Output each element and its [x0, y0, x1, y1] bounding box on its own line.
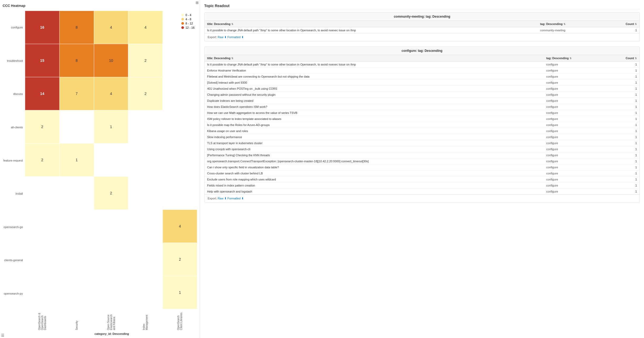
export-formatted-link[interactable]: Formatted ⬇	[227, 36, 244, 39]
heatmap-cell[interactable]	[128, 210, 163, 243]
heatmap-cell[interactable]	[59, 110, 94, 143]
tag-cell: configure	[543, 80, 606, 86]
topic-table: title: Descending ⇅tag: Descending ⇅Coun…	[204, 55, 640, 194]
heatmap-cell[interactable]	[128, 243, 163, 276]
tag-cell: configure	[543, 92, 606, 98]
heatmap-cell[interactable]	[128, 276, 163, 309]
title-cell: How does ElasticSearch opendistro ISM wo…	[204, 104, 543, 110]
grid-icon[interactable]: ⊞	[194, 0, 200, 5]
heatmap-cell[interactable]	[94, 243, 128, 276]
table-row: Can i show only specific field in visual…	[204, 164, 640, 170]
heatmap-cell[interactable]	[163, 176, 197, 210]
heatmap-cell[interactable]: 2	[94, 176, 128, 210]
heatmap-cell[interactable]	[94, 276, 128, 309]
legend-item: 0 - 4	[181, 13, 194, 17]
topic-table: title: Descending ⇅tag: Descending ⇅Coun…	[204, 21, 640, 33]
title-cell: Kibana usage on user and roles	[204, 128, 543, 134]
export-raw-link[interactable]: Raw ⬇	[218, 36, 227, 39]
count-cell: 1	[606, 104, 640, 110]
table-header[interactable]: tag: Descending ⇅	[543, 55, 606, 62]
heatmap-cell[interactable]: 7	[59, 77, 94, 110]
heatmap-cell[interactable]	[94, 143, 128, 176]
title-cell: Changing admin password without the secu…	[204, 92, 543, 98]
table-row: Exclude users from role mapping which us…	[204, 176, 640, 183]
table-header[interactable]: Count ⇅	[606, 55, 640, 62]
heatmap-cell[interactable]	[128, 176, 163, 210]
title-cell: Cross-cluster search with cluster behind…	[204, 170, 543, 176]
legend-dot	[181, 22, 184, 25]
heatmap-cell[interactable]	[25, 243, 59, 276]
heatmap-cell[interactable]	[163, 110, 197, 143]
table-row: org.opensearch.transport.ConnectTranspor…	[204, 158, 640, 164]
export-raw-link[interactable]: Raw ⬇	[218, 197, 227, 200]
bottom-icon[interactable]: ☰	[0, 333, 6, 338]
heatmap-cell[interactable]	[59, 176, 94, 210]
heatmap-cell[interactable]: 2	[128, 44, 163, 77]
table-header[interactable]: title: Descending ⇅	[204, 21, 537, 27]
export-formatted-link[interactable]: Formatted ⬇	[227, 197, 244, 200]
title-cell: Using cronjob with opensearch-cli	[204, 146, 543, 152]
title-cell: Exclude users from role mapping which us…	[204, 176, 543, 183]
heatmap-cell[interactable]	[163, 143, 197, 176]
sort-icon: ⇅	[570, 57, 572, 60]
x-label: OpenSearch Client Libraries	[163, 310, 197, 331]
heatmap-cell[interactable]	[25, 276, 59, 309]
title-cell: TLS at transport layer in kubernetes clu…	[204, 140, 543, 146]
heatmap-cell[interactable]	[128, 143, 163, 176]
heatmap-cell[interactable]	[59, 210, 94, 243]
title-cell: [Performance Tuning] Checking the KNN th…	[204, 152, 543, 158]
x-label: Security	[59, 310, 94, 331]
heatmap-cell[interactable]: 2	[128, 77, 163, 110]
heatmap-cell[interactable]: 4	[128, 11, 163, 44]
tag-cell: configure	[543, 116, 606, 122]
heatmap-cell[interactable]: 4	[94, 77, 128, 110]
heatmap-cell[interactable]: 8	[59, 11, 94, 44]
heatmap-cell[interactable]: 16	[25, 11, 59, 44]
table-row: Is it possible to change JNA default pat…	[204, 62, 640, 68]
table-header[interactable]: title: Descending ⇅	[204, 55, 543, 62]
heatmap-cell[interactable]: 8	[59, 44, 94, 77]
heatmap-cell[interactable]: 2	[163, 243, 197, 276]
heatmap-cell[interactable]	[163, 77, 197, 110]
heatmap-cell[interactable]: 1	[59, 143, 94, 176]
tag-cell: configure	[543, 164, 606, 170]
tag-cell: configure	[543, 128, 606, 134]
heatmap-cell[interactable]	[59, 243, 94, 276]
heatmap-cell[interactable]	[128, 110, 163, 143]
x-label: Index Management	[128, 310, 163, 331]
count-cell: 1	[606, 128, 640, 134]
title-cell: Is it possible to change JNA default pat…	[204, 62, 543, 68]
heatmap-cell[interactable]	[25, 176, 59, 210]
heatmap-cell[interactable]	[163, 44, 197, 77]
y-label: configure	[3, 19, 23, 35]
table-row: Help with opensearch and logstashconfigu…	[204, 189, 640, 195]
heatmap-cell[interactable]: 14	[25, 77, 59, 110]
tag-cell: configure	[543, 74, 606, 80]
count-cell: 1	[606, 152, 640, 158]
heatmap-cell[interactable]: 2	[25, 110, 59, 143]
tag-cell: configure	[543, 98, 606, 104]
heatmap-cell[interactable]: 4	[163, 210, 197, 243]
heatmap-cell[interactable]: 2	[25, 143, 59, 176]
count-cell: 1	[606, 146, 640, 152]
topic-section-header: configure: tag: Descending	[204, 47, 640, 55]
heatmap-cell[interactable]: 4	[94, 11, 128, 44]
table-header[interactable]: tag: Descending ⇅	[537, 21, 604, 27]
heatmap-cell[interactable]	[59, 276, 94, 309]
table-row: Slow indexing performanceconfigure1	[204, 134, 640, 140]
topic-section-0: community-meeting: tag: Descendingtitle:…	[204, 12, 640, 41]
heatmap-cell[interactable]: 1	[94, 110, 128, 143]
title-cell: Help with opensearch and logstash	[204, 189, 543, 195]
heatmap-cell[interactable]: 1	[163, 276, 197, 309]
table-header[interactable]: Count ⇅	[604, 21, 640, 27]
title-cell: Filebeat and Metricbeat are connecting t…	[204, 74, 543, 80]
heatmap-cell[interactable]: 10	[94, 44, 128, 77]
left-panel: CCC Heatmap ⊞ 0 - 44 - 88 - 1212 - 16 co…	[0, 0, 200, 338]
count-cell: 1	[604, 27, 640, 33]
heatmap-cell[interactable]	[25, 210, 59, 243]
heatmap-cell[interactable]: 15	[25, 44, 59, 77]
y-label: opensearch-go	[3, 219, 23, 235]
heatmap-cell[interactable]	[94, 210, 128, 243]
legend-item: 12 - 16	[181, 26, 194, 29]
title-cell: Duplicate indexes are being created	[204, 98, 543, 104]
